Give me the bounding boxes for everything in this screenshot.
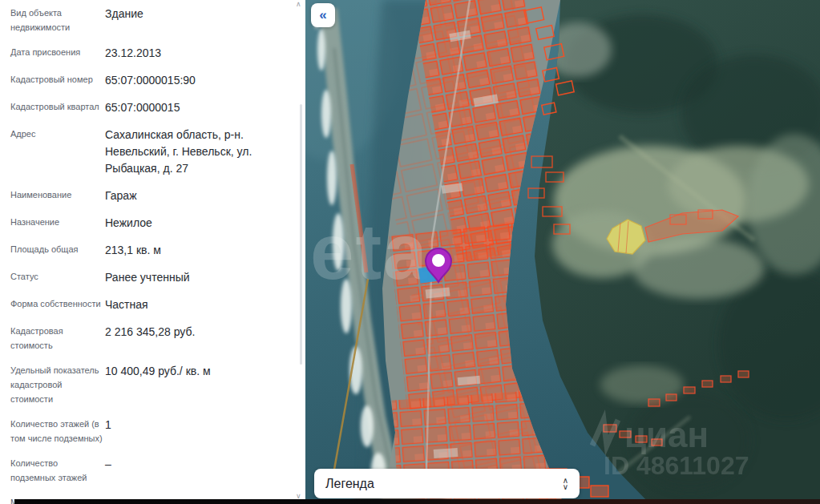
property-label: Форма собственности [10, 296, 105, 313]
property-row: Наименование Гараж [10, 187, 294, 204]
property-row: Дата присвоения 23.12.2013 [10, 45, 294, 62]
property-row: Форма собственности Частная [10, 296, 294, 313]
property-value: 2 216 345,28 руб. [105, 324, 254, 353]
property-value: Частная [105, 296, 254, 313]
property-row: Кадастровый квартал 65:07:0000015 [10, 99, 294, 116]
property-label: Вид объекта недвижимости [10, 6, 105, 34]
satellite-map[interactable]: eta циан ID 48611027 [305, 0, 820, 504]
etagi-watermark: eta [310, 208, 429, 296]
property-details-panel: Вид объекта недвижимости Здание Дата при… [0, 0, 305, 504]
panel-scroll-up-icon[interactable]: ∧ [296, 1, 301, 8]
cadastral-viewer: Вид объекта недвижимости Здание Дата при… [0, 0, 820, 504]
legend-toggle-button[interactable]: ∧ ∨ [563, 478, 568, 490]
property-label: Адрес [10, 127, 105, 177]
property-value: Здание [105, 6, 254, 34]
property-label: Площадь общая [10, 242, 105, 259]
property-value: 65:07:0000015 [105, 99, 254, 116]
property-row: Вид объекта недвижимости Здание [10, 6, 294, 34]
property-row: Назначение Нежилое [10, 215, 294, 232]
property-label: Статус [10, 269, 105, 286]
property-value: Нежилое [105, 215, 254, 232]
property-row: Количество подземных этажей – [10, 456, 294, 485]
property-value: – [105, 456, 254, 485]
property-row: Площадь общая 213,1 кв. м [10, 242, 294, 259]
chevron-down-icon: ∨ [563, 484, 568, 490]
property-value: 23.12.2013 [105, 45, 254, 62]
property-value: Сахалинская область, р-н. Невельский, г.… [105, 127, 254, 177]
property-value: 213,1 кв. м [105, 242, 254, 259]
property-value: Гараж [105, 187, 254, 204]
cian-id-watermark: ID 48611027 [604, 451, 749, 480]
property-row: Количество этажей (в том числе подземных… [10, 417, 294, 446]
property-value: 1 [105, 417, 254, 446]
property-label: Кадастровый квартал [10, 99, 105, 116]
panel-collapse-button[interactable]: « [311, 3, 335, 27]
legend-bar[interactable]: Легенда ∧ ∨ [314, 469, 580, 498]
property-label: Количество подземных этажей [10, 456, 105, 485]
property-label: Назначение [10, 215, 105, 232]
property-value: Ранее учтенный [105, 269, 254, 286]
property-label: Кадастровый номер [10, 72, 105, 89]
property-label: Дата присвоения [10, 45, 105, 62]
property-row: Кадастровая стоимость 2 216 345,28 руб. [10, 324, 294, 353]
panel-scrollbar[interactable] [300, 104, 302, 365]
property-row: Кадастровый номер 65:07:0000015:90 [10, 72, 294, 89]
collapse-chevrons-icon: « [319, 7, 326, 23]
property-label: Кадастровая стоимость [10, 324, 105, 353]
property-row: Статус Ранее учтенный [10, 269, 294, 286]
bottom-edge-strip [14, 499, 820, 504]
property-value: 65:07:0000015:90 [105, 72, 254, 89]
property-label: Количество этажей (в том числе подземных… [10, 417, 105, 446]
property-row: Адрес Сахалинская область, р-н. Невельск… [10, 127, 294, 177]
legend-label: Легенда [325, 477, 374, 491]
cian-watermark: циан [624, 415, 709, 454]
property-row: Удельный показатель кадастровой стоимост… [10, 363, 294, 406]
property-label: Наименование [10, 187, 105, 204]
property-label: Удельный показатель кадастровой стоимост… [10, 363, 105, 406]
property-value: 10 400,49 руб./ кв. м [105, 363, 254, 406]
